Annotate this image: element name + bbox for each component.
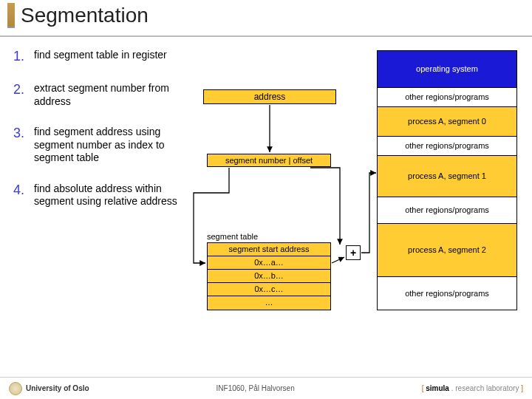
segoff-sep: |	[288, 156, 290, 165]
step-text: find segment table in register	[34, 49, 183, 64]
segment-offset-box: segment number | offset	[207, 154, 331, 167]
step-3: 3. find segment address using segment nu…	[13, 126, 183, 165]
footer-lab: research laboratory	[455, 384, 519, 392]
segment-table-row: 0x…b…	[208, 270, 330, 283]
segment-table-row: …	[208, 296, 330, 310]
step-text: find absolute address within segment usi…	[34, 183, 183, 208]
step-number: 3.	[13, 126, 34, 165]
title-bar: Segmentation	[0, 0, 532, 35]
memory-layout: operating system other regions/programs …	[377, 50, 517, 310]
segment-table-header: segment start address	[208, 243, 330, 256]
step-text: find segment address using segment numbe…	[34, 126, 183, 165]
step-number: 2.	[13, 82, 34, 108]
segment-table-row: 0x…c…	[208, 283, 330, 296]
title-accent	[7, 3, 15, 28]
footer-bracket: ]	[519, 384, 523, 392]
content-area: 1. find segment table in register 2. ext…	[0, 41, 532, 366]
footer-center: INF1060, Pål Halvorsen	[216, 384, 295, 392]
page-title: Segmentation	[21, 4, 149, 27]
address-box: address	[203, 89, 336, 104]
plus-operator: +	[346, 245, 361, 260]
title-underline	[0, 35, 532, 37]
segment-table: segment start address 0x…a… 0x…b… 0x…c… …	[207, 242, 331, 310]
mem-other: other regions/programs	[378, 137, 516, 156]
footer-right: [ simula . research laboratory ]	[422, 384, 523, 392]
segment-number-half: segment number | offset	[208, 154, 330, 166]
segment-table-row: 0x…a…	[208, 256, 330, 270]
footer-university: University of Oslo	[26, 384, 89, 392]
svg-line-1	[332, 257, 344, 263]
mem-os: operating system	[378, 51, 516, 88]
segoff-right: offset	[293, 156, 313, 165]
segment-table-label: segment table	[207, 232, 258, 241]
step-4: 4. find absolute address within segment …	[13, 183, 183, 208]
footer-left: University of Oslo	[9, 382, 89, 395]
mem-procA-0: process A, segment 0	[378, 107, 516, 137]
step-1: 1. find segment table in register	[13, 49, 183, 64]
university-seal-icon	[9, 382, 22, 395]
mem-procA-1: process A, segment 1	[378, 156, 516, 197]
mem-other: other regions/programs	[378, 88, 516, 107]
mem-other: other regions/programs	[378, 197, 516, 224]
footer: University of Oslo INF1060, Pål Halvorse…	[0, 377, 532, 399]
step-number: 4.	[13, 183, 34, 208]
step-number: 1.	[13, 49, 34, 64]
step-text: extract segment number from address	[34, 82, 183, 108]
steps-list: 1. find segment table in register 2. ext…	[13, 49, 183, 226]
segoff-left: segment number	[225, 156, 287, 165]
footer-simula: simula	[426, 384, 449, 392]
mem-other: other regions/programs	[378, 277, 516, 310]
mem-procA-2: process A, segment 2	[378, 224, 516, 277]
step-2: 2. extract segment number from address	[13, 82, 183, 108]
